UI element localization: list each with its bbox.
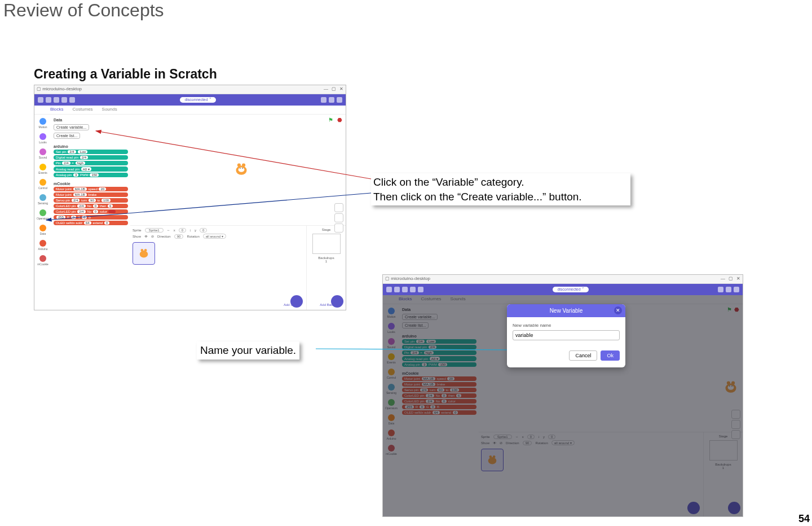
window-controls: —▢✕ xyxy=(320,86,343,93)
category-arduino[interactable]: Arduino xyxy=(38,240,47,251)
category-looks[interactable]: Looks xyxy=(39,133,46,144)
stop-icon[interactable]: ⬣ xyxy=(337,117,342,123)
create-variable-button[interactable]: Create variable... xyxy=(402,314,438,320)
create-variable-button[interactable]: Create variable... xyxy=(54,124,89,130)
close-icon: ✕ xyxy=(339,86,343,91)
palette-heading-arduino: arduino xyxy=(54,144,128,148)
tab-costumes[interactable]: Costumes xyxy=(421,296,442,303)
category-sound[interactable]: Sound xyxy=(39,148,47,159)
window-title: ▢ microduino-desktop xyxy=(37,86,82,93)
section-title: Creating a Variable in Scratch xyxy=(34,67,217,82)
svg-point-11 xyxy=(731,381,735,384)
block-palette: Data Create variable... Create list... a… xyxy=(400,304,479,516)
add-sprite-button[interactable] xyxy=(687,502,700,514)
tab-blocks[interactable]: Blocks xyxy=(399,296,412,303)
stage-area: ⚑ ⬣ Sprite Sprite1 ↔x 0 ↕y 0 xyxy=(130,115,346,310)
callout-variable-category: Click on the “Variable” category. Then c… xyxy=(371,173,630,205)
run-controls: ⚑ ⬣ xyxy=(328,117,342,123)
block-analogread[interactable]: Analog read pin A0 ▾ xyxy=(54,166,128,172)
sprite-panel: Sprite Sprite1 ↔x 0 ↕y 0 Show 👁⊘ Directi… xyxy=(130,225,346,310)
svg-point-16 xyxy=(489,455,492,458)
svg-point-2 xyxy=(242,163,245,166)
svg-point-4 xyxy=(240,168,240,168)
window-titlebar: ▢ microduino-desktop —▢✕ xyxy=(383,275,743,284)
zoom-in-icon[interactable] xyxy=(334,203,343,212)
add-backdrop-button[interactable] xyxy=(728,502,740,514)
hide-icon[interactable]: ⊘ xyxy=(151,234,154,238)
block-pin[interactable]: Pin 2/4 = high xyxy=(54,161,128,165)
add-backdrop-button[interactable] xyxy=(331,295,343,308)
zoom-reset-icon[interactable] xyxy=(334,223,343,233)
tab-sounds[interactable]: Sounds xyxy=(102,107,117,113)
screenshot-new-variable-dialog: ▢ microduino-desktop —▢✕ disconnected ˅ … xyxy=(382,274,743,517)
block-servo[interactable]: Servo pin 2/4 turn 90 to 100 xyxy=(54,198,128,203)
tab-blocks[interactable]: Blocks xyxy=(50,107,64,113)
add-sprite-button[interactable] xyxy=(290,295,303,308)
sprite-name[interactable]: Sprite1 xyxy=(145,228,164,233)
toolbar-right-icons xyxy=(319,95,342,105)
app-toolbar: disconnected ˅ xyxy=(383,284,743,295)
svg-point-15 xyxy=(488,457,497,464)
category-motion[interactable]: Motion xyxy=(38,118,47,129)
category-sensing[interactable]: Sensing xyxy=(38,194,48,205)
category-control[interactable]: Control xyxy=(38,179,47,190)
window-controls: —▢✕ xyxy=(717,276,740,282)
dialog-close-icon[interactable]: ✕ xyxy=(614,306,622,314)
palette-heading-data: Data xyxy=(54,118,128,122)
sprite-panel: Sprite Sprite1 ↔x0 ↕y0 Show👁⊘ Direction9… xyxy=(479,432,743,516)
show-icon[interactable]: 👁 xyxy=(144,235,148,238)
variable-name-input[interactable] xyxy=(513,330,620,340)
new-variable-dialog: New Variable ✕ New variable name Cancel … xyxy=(507,304,625,367)
svg-point-6 xyxy=(140,251,148,257)
page-title: Review of Concepts xyxy=(3,0,164,21)
sprite-label: Sprite xyxy=(133,229,142,232)
category-mcookie[interactable]: mCookie xyxy=(37,255,48,266)
block-oled[interactable]: OLED selfdx addr 64 extend 0 xyxy=(54,221,128,225)
category-data[interactable]: Data xyxy=(39,225,46,235)
category-events[interactable]: Events xyxy=(38,164,47,174)
green-flag-icon[interactable]: ⚑ xyxy=(727,306,732,313)
block-digitalread[interactable]: Digital read pin 2/4 xyxy=(54,155,128,160)
svg-point-13 xyxy=(729,385,730,386)
zoom-out-icon[interactable] xyxy=(334,213,343,222)
block-motorjoint-speed[interactable]: Motor joint MA.1B speed 20 xyxy=(54,187,128,191)
palette-heading-mcookie: mCookie xyxy=(54,182,128,186)
connection-pill[interactable]: disconnected ˅ xyxy=(180,97,215,103)
green-flag-icon[interactable]: ⚑ xyxy=(328,117,333,123)
zoom-buttons xyxy=(334,203,343,233)
minimize-icon: — xyxy=(324,86,328,91)
ok-button[interactable]: Ok xyxy=(601,350,620,361)
screenshot-scratch-editor: ▢ microduino-desktop —▢✕ disconnected ˅ … xyxy=(34,85,346,310)
block-colorled-rgb[interactable]: ColorLED pin 2/4 No 0 then 6 xyxy=(54,204,128,208)
stop-icon[interactable]: ⬣ xyxy=(734,306,739,313)
category-column: Motion Looks Sound Events Control Sensin… xyxy=(34,115,51,310)
block-rgb[interactable]: 255 R 0 G 0 B xyxy=(54,215,128,220)
editor-tabs: Blocks Costumes Sounds xyxy=(383,295,743,304)
create-list-button[interactable]: Create list... xyxy=(402,322,429,328)
cancel-button[interactable]: Cancel xyxy=(569,350,597,361)
sprite-thumbnail[interactable] xyxy=(481,449,504,471)
create-list-button[interactable]: Create list... xyxy=(54,133,80,139)
svg-point-8 xyxy=(144,249,147,252)
scratch-cat-sprite xyxy=(721,378,740,397)
sprite-thumbnail[interactable] xyxy=(133,242,155,265)
sprite-info: Sprite Sprite1 ↔x 0 ↕y 0 Show 👁⊘ Directi… xyxy=(130,226,306,310)
window-title: ▢ microduino-desktop xyxy=(385,276,430,282)
connection-pill[interactable]: disconnected ˅ xyxy=(553,287,588,292)
editor-body: Motion Looks Sound Events Control Sensin… xyxy=(34,115,346,310)
svg-point-7 xyxy=(141,249,144,252)
svg-point-12 xyxy=(728,385,734,390)
tab-costumes[interactable]: Costumes xyxy=(73,107,93,113)
stage-thumbnail[interactable] xyxy=(312,234,341,254)
block-analogpin[interactable]: Analog pin 3 PWM 150 xyxy=(54,173,128,177)
block-setpin[interactable]: Set pin 2/4 Low xyxy=(54,150,128,154)
app-toolbar: disconnected ˅ xyxy=(34,94,346,106)
svg-point-1 xyxy=(237,163,241,166)
svg-point-10 xyxy=(727,381,730,384)
category-operators[interactable]: Operators xyxy=(37,209,49,220)
svg-point-5 xyxy=(242,168,242,168)
block-colorled-color[interactable]: ColorLED pin 2/4 No 0 color __ xyxy=(54,209,128,214)
block-motorjoint-brake[interactable]: Motor joint MA.1B brake xyxy=(54,192,128,197)
editor-tabs: Blocks Costumes Sounds xyxy=(34,106,346,115)
tab-sounds[interactable]: Sounds xyxy=(451,296,466,303)
